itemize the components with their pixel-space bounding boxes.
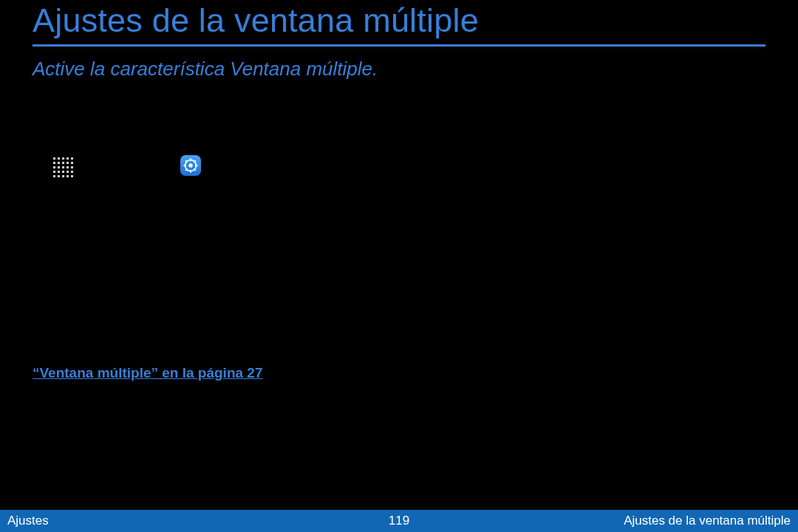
svg-rect-21	[58, 175, 60, 177]
svg-rect-3	[66, 157, 69, 160]
apps-grid-icon	[53, 157, 74, 178]
svg-rect-8	[66, 162, 69, 164]
svg-rect-4	[71, 157, 73, 160]
svg-rect-11	[58, 166, 60, 168]
svg-rect-13	[66, 166, 69, 168]
settings-gear-icon	[180, 155, 201, 176]
svg-rect-2	[62, 157, 64, 160]
svg-rect-0	[53, 157, 55, 160]
svg-rect-1	[58, 157, 60, 160]
svg-rect-19	[71, 171, 73, 173]
page-subtitle: Active la característica Ventana múltipl…	[33, 58, 378, 81]
svg-rect-23	[66, 175, 69, 177]
title-divider	[33, 44, 765, 47]
svg-rect-12	[62, 166, 64, 168]
svg-rect-10	[53, 166, 55, 168]
svg-rect-22	[62, 175, 64, 177]
svg-point-34	[188, 163, 192, 167]
page-footer: Ajustes 119 Ajustes de la ventana múltip…	[0, 510, 798, 532]
svg-rect-20	[53, 175, 55, 177]
svg-rect-7	[62, 162, 64, 164]
svg-rect-24	[71, 175, 73, 177]
svg-rect-17	[62, 171, 64, 173]
svg-rect-18	[66, 171, 69, 173]
svg-rect-16	[58, 171, 60, 173]
multiwindow-reference-link[interactable]: “Ventana múltiple” en la página 27	[33, 365, 262, 381]
svg-rect-9	[71, 162, 73, 164]
svg-rect-5	[53, 162, 55, 164]
svg-rect-15	[53, 171, 55, 173]
footer-page-label: Ajustes de la ventana múltiple	[624, 514, 791, 528]
page-title: Ajustes de la ventana múltiple	[33, 1, 479, 40]
svg-rect-14	[71, 166, 73, 168]
svg-rect-6	[58, 162, 60, 164]
footer-section-label: Ajustes	[7, 514, 49, 528]
